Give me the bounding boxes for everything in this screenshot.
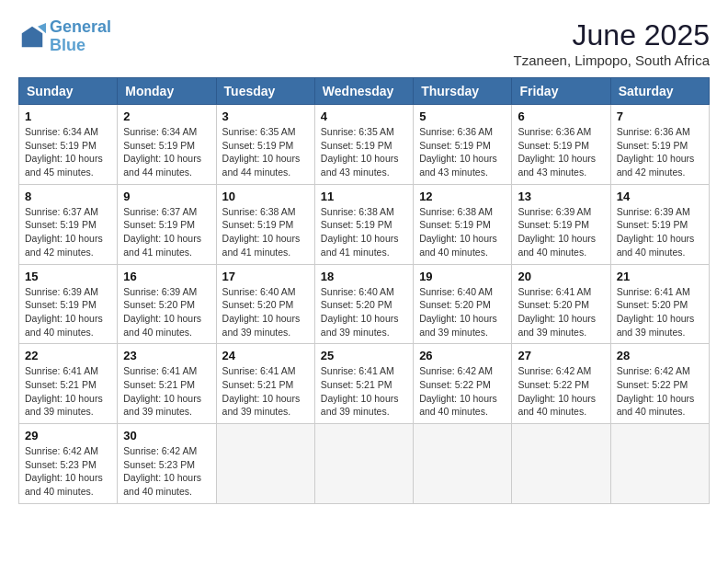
- day-number: 10: [222, 190, 309, 203]
- calendar-cell: 16 Sunrise: 6:39 AM Sunset: 5:20 PM Dayl…: [118, 264, 216, 344]
- calendar-cell: 26 Sunrise: 6:42 AM Sunset: 5:22 PM Dayl…: [414, 344, 512, 424]
- calendar-cell: 9 Sunrise: 6:37 AM Sunset: 5:19 PM Dayli…: [118, 184, 216, 264]
- weekday-header-saturday: Saturday: [610, 78, 709, 105]
- day-number: 4: [321, 109, 407, 123]
- sunrise-label: Sunrise: 6:41 AM: [617, 286, 690, 297]
- weekday-header-thursday: Thursday: [414, 78, 512, 105]
- day-info: Sunrise: 6:35 AM Sunset: 5:19 PM Dayligh…: [321, 125, 407, 179]
- sunrise-label: Sunrise: 6:41 AM: [222, 365, 296, 376]
- sunrise-label: Sunrise: 6:39 AM: [518, 206, 591, 217]
- calendar-cell: 13 Sunrise: 6:39 AM Sunset: 5:19 PM Dayl…: [512, 184, 610, 264]
- sunset-label: Sunset: 5:21 PM: [123, 379, 195, 390]
- sunset-label: Sunset: 5:22 PM: [518, 379, 589, 390]
- day-number: 3: [222, 109, 309, 123]
- daylight-label: Daylight: 10 hours and 39 minutes.: [419, 313, 497, 338]
- day-number: 21: [617, 270, 703, 283]
- sunrise-label: Sunrise: 6:39 AM: [123, 286, 197, 297]
- calendar-cell: 14 Sunrise: 6:39 AM Sunset: 5:19 PM Dayl…: [610, 184, 709, 264]
- daylight-label: Daylight: 10 hours and 40 minutes.: [518, 393, 596, 418]
- day-number: 17: [222, 270, 309, 283]
- daylight-label: Daylight: 10 hours and 43 minutes.: [419, 153, 497, 178]
- daylight-label: Daylight: 10 hours and 39 minutes.: [222, 393, 301, 418]
- sunset-label: Sunset: 5:20 PM: [222, 299, 294, 310]
- daylight-label: Daylight: 10 hours and 39 minutes.: [617, 313, 695, 338]
- day-number: 18: [321, 270, 407, 283]
- daylight-label: Daylight: 10 hours and 39 minutes.: [518, 313, 596, 338]
- calendar-cell: [216, 424, 314, 504]
- calendar-cell: 22 Sunrise: 6:41 AM Sunset: 5:21 PM Dayl…: [19, 344, 118, 424]
- daylight-label: Daylight: 10 hours and 40 minutes.: [419, 393, 497, 418]
- day-info: Sunrise: 6:39 AM Sunset: 5:19 PM Dayligh…: [617, 205, 703, 259]
- weekday-header-row: SundayMondayTuesdayWednesdayThursdayFrid…: [19, 78, 710, 105]
- sunrise-label: Sunrise: 6:38 AM: [321, 206, 394, 217]
- calendar-cell: 29 Sunrise: 6:42 AM Sunset: 5:23 PM Dayl…: [19, 424, 118, 504]
- day-number: 1: [25, 109, 111, 123]
- day-info: Sunrise: 6:39 AM Sunset: 5:19 PM Dayligh…: [518, 205, 604, 259]
- daylight-label: Daylight: 10 hours and 41 minutes.: [222, 233, 301, 258]
- daylight-label: Daylight: 10 hours and 40 minutes.: [25, 313, 103, 338]
- day-number: 6: [518, 109, 604, 123]
- day-info: Sunrise: 6:41 AM Sunset: 5:21 PM Dayligh…: [123, 364, 210, 419]
- sunset-label: Sunset: 5:19 PM: [321, 140, 392, 151]
- sunrise-label: Sunrise: 6:41 AM: [25, 365, 98, 376]
- sunset-label: Sunset: 5:22 PM: [617, 379, 688, 390]
- day-number: 26: [419, 349, 506, 362]
- sunset-label: Sunset: 5:20 PM: [123, 299, 195, 310]
- month-title: June 2025: [514, 18, 710, 52]
- svg-marker-0: [22, 27, 43, 48]
- sunrise-label: Sunrise: 6:36 AM: [518, 126, 591, 137]
- sunrise-label: Sunrise: 6:42 AM: [518, 365, 591, 376]
- calendar-cell: 12 Sunrise: 6:38 AM Sunset: 5:19 PM Dayl…: [414, 184, 512, 264]
- calendar-cell: 4 Sunrise: 6:35 AM Sunset: 5:19 PM Dayli…: [314, 105, 413, 185]
- day-number: 2: [123, 109, 210, 123]
- calendar-cell: 27 Sunrise: 6:42 AM Sunset: 5:22 PM Dayl…: [512, 344, 610, 424]
- title-block: June 2025 Tzaneen, Limpopo, South Africa: [514, 18, 710, 68]
- calendar-cell: 2 Sunrise: 6:34 AM Sunset: 5:19 PM Dayli…: [118, 105, 216, 185]
- sunrise-label: Sunrise: 6:42 AM: [123, 445, 197, 456]
- day-number: 14: [617, 190, 703, 203]
- day-number: 23: [123, 349, 210, 362]
- sunset-label: Sunset: 5:23 PM: [123, 459, 195, 470]
- daylight-label: Daylight: 10 hours and 42 minutes.: [25, 233, 103, 258]
- sunset-label: Sunset: 5:22 PM: [419, 379, 491, 390]
- sunrise-label: Sunrise: 6:35 AM: [222, 126, 296, 137]
- day-number: 24: [222, 349, 309, 362]
- sunset-label: Sunset: 5:20 PM: [617, 299, 688, 310]
- day-info: Sunrise: 6:42 AM Sunset: 5:23 PM Dayligh…: [25, 444, 111, 499]
- daylight-label: Daylight: 10 hours and 43 minutes.: [518, 153, 596, 178]
- calendar-cell: 21 Sunrise: 6:41 AM Sunset: 5:20 PM Dayl…: [610, 264, 709, 344]
- weekday-header-wednesday: Wednesday: [314, 78, 413, 105]
- daylight-label: Daylight: 10 hours and 40 minutes.: [123, 313, 201, 338]
- daylight-label: Daylight: 10 hours and 45 minutes.: [25, 153, 103, 178]
- daylight-label: Daylight: 10 hours and 39 minutes.: [25, 393, 103, 418]
- sunset-label: Sunset: 5:19 PM: [419, 140, 491, 151]
- sunrise-label: Sunrise: 6:40 AM: [321, 286, 394, 297]
- sunrise-label: Sunrise: 6:41 AM: [123, 365, 197, 376]
- day-number: 16: [123, 270, 210, 283]
- day-info: Sunrise: 6:34 AM Sunset: 5:19 PM Dayligh…: [25, 125, 111, 179]
- daylight-label: Daylight: 10 hours and 40 minutes.: [123, 472, 201, 497]
- logo-icon: [18, 23, 46, 51]
- calendar-cell: [314, 424, 413, 504]
- sunrise-label: Sunrise: 6:42 AM: [419, 365, 493, 376]
- day-info: Sunrise: 6:40 AM Sunset: 5:20 PM Dayligh…: [222, 285, 309, 339]
- week-row-3: 15 Sunrise: 6:39 AM Sunset: 5:19 PM Dayl…: [19, 264, 710, 344]
- daylight-label: Daylight: 10 hours and 40 minutes.: [617, 393, 695, 418]
- calendar-cell: 23 Sunrise: 6:41 AM Sunset: 5:21 PM Dayl…: [118, 344, 216, 424]
- calendar-cell: 10 Sunrise: 6:38 AM Sunset: 5:19 PM Dayl…: [216, 184, 314, 264]
- sunset-label: Sunset: 5:19 PM: [222, 140, 294, 151]
- sunset-label: Sunset: 5:20 PM: [419, 299, 491, 310]
- daylight-label: Daylight: 10 hours and 40 minutes.: [25, 472, 103, 497]
- calendar-cell: 8 Sunrise: 6:37 AM Sunset: 5:19 PM Dayli…: [19, 184, 118, 264]
- sunset-label: Sunset: 5:20 PM: [321, 299, 392, 310]
- calendar-cell: 20 Sunrise: 6:41 AM Sunset: 5:20 PM Dayl…: [512, 264, 610, 344]
- location: Tzaneen, Limpopo, South Africa: [514, 52, 710, 68]
- page-header: General Blue June 2025 Tzaneen, Limpopo,…: [18, 18, 710, 68]
- day-number: 27: [518, 349, 604, 362]
- sunset-label: Sunset: 5:19 PM: [25, 219, 97, 230]
- day-number: 7: [617, 109, 703, 123]
- day-info: Sunrise: 6:41 AM Sunset: 5:21 PM Dayligh…: [222, 364, 309, 419]
- daylight-label: Daylight: 10 hours and 39 minutes.: [321, 393, 399, 418]
- calendar-cell: 3 Sunrise: 6:35 AM Sunset: 5:19 PM Dayli…: [216, 105, 314, 185]
- sunrise-label: Sunrise: 6:42 AM: [617, 365, 690, 376]
